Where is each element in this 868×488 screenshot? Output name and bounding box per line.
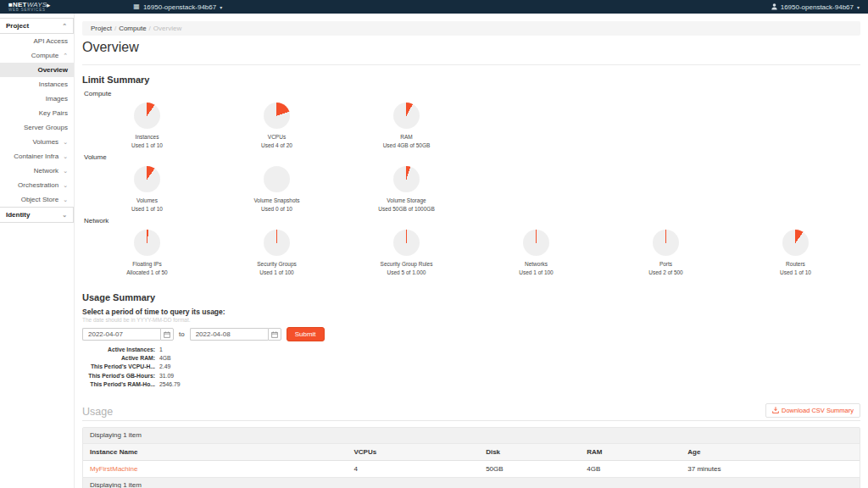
quota-ports: Ports Used 2 of 500: [601, 227, 731, 275]
table-header-row: Instance Name VCPUs Disk RAM Age: [83, 443, 860, 461]
sidebar-section-identity[interactable]: Identity ⌄: [0, 207, 74, 223]
breadcrumb-compute[interactable]: Compute: [119, 25, 146, 32]
chevron-down-icon: ⌄: [63, 168, 68, 174]
quota-volume-storage: Volume Storage Used 50GB of 1000GB: [342, 164, 471, 212]
breadcrumb-project[interactable]: Project: [91, 25, 112, 32]
breadcrumb: Project/Compute/Overview: [82, 21, 860, 36]
stat-value: 1: [159, 346, 163, 354]
col-instance-name[interactable]: Instance Name: [83, 444, 347, 460]
sidebar-item-server-groups[interactable]: Server Groups: [0, 120, 74, 135]
sidebar: Project ⌃ API Access Compute⌃ Overview I…: [0, 14, 75, 488]
usage-summary-title: Usage Summary: [82, 292, 860, 302]
stat-value: 2546.79: [159, 380, 181, 389]
stat-label: This Period's RAM-Ho...: [86, 380, 155, 389]
sidebar-section-project[interactable]: Project ⌃: [0, 18, 74, 34]
limit-group-compute-label: Compute: [84, 90, 860, 97]
ram-pie-chart: [393, 103, 420, 129]
col-vcpus[interactable]: VCPUs: [347, 444, 479, 460]
stat-value: 31.09: [159, 372, 174, 380]
limit-row-network: Floating IPs Allocated 1 of 50 Security …: [82, 227, 860, 275]
vcpus-pie-chart: [264, 103, 290, 129]
download-csv-button[interactable]: Download CSV Summary: [765, 403, 860, 418]
chevron-down-icon: ▾: [857, 4, 860, 10]
quota-volume-snapshots: Volume Snapshots Used 0 of 10: [212, 164, 342, 212]
col-ram[interactable]: RAM: [580, 444, 681, 460]
sidebar-group-network[interactable]: Network⌄: [0, 164, 74, 178]
sidebar-item-images[interactable]: Images: [0, 92, 74, 106]
quota-security-group-rules: Security Group Rules Used 5 of 1.000: [342, 227, 471, 275]
top-navbar: ■NETWAYS▶ WEB SERVICES ▦ 16950-openstack…: [0, 0, 868, 14]
table-row: MyFirstMachine 4 50GB 4GB 37 minutes: [83, 461, 860, 478]
logo-subtitle: WEB SERVICES: [8, 8, 50, 13]
col-age[interactable]: Age: [681, 444, 860, 460]
limit-row-compute: Instances Used 1 of 10 VCPUs Used 4 of 2…: [82, 100, 860, 148]
quota-networks: Networks Used 1 of 100: [471, 227, 601, 275]
quota-floating-ips: Floating IPs Allocated 1 of 50: [82, 227, 212, 275]
sidebar-label: Project: [6, 22, 29, 30]
usage-table: Displaying 1 item Instance Name VCPUs Di…: [82, 427, 860, 488]
sidebar-group-container-infra[interactable]: Container Infra⌄: [0, 149, 74, 164]
sidebar-item-instances[interactable]: Instances: [0, 77, 74, 92]
project-switcher-label: 16950-openstack-94b67: [143, 3, 216, 11]
chevron-down-icon: ⌄: [63, 182, 68, 188]
quota-volumes: Volumes Used 1 of 10: [82, 164, 212, 212]
security-group-rules-pie-chart: [393, 230, 420, 256]
sidebar-group-object-store[interactable]: Object Store⌄: [0, 192, 74, 207]
usage-stats: Active Instances:1 Active RAM:4GB This P…: [86, 346, 860, 389]
floating-ips-pie-chart: [134, 230, 160, 256]
date-format-hint: The date should be in YYYY-MM-DD format.: [82, 317, 860, 323]
user-icon: [771, 3, 777, 10]
netways-logo[interactable]: ■NETWAYS▶ WEB SERVICES: [8, 2, 50, 13]
date-from-calendar-button[interactable]: [160, 328, 174, 341]
col-disk[interactable]: Disk: [479, 444, 580, 460]
usage-table-header: Usage Download CSV Summary: [82, 403, 860, 421]
quota-security-groups: Security Groups Used 1 of 100: [212, 227, 342, 275]
user-menu-dropdown[interactable]: 16950-openstack-94b67 ▾: [771, 3, 860, 11]
sidebar-item-overview[interactable]: Overview: [0, 63, 74, 77]
limit-group-network-label: Network: [84, 217, 860, 225]
date-to-input[interactable]: [190, 328, 268, 341]
chevron-up-icon: ⌃: [63, 53, 68, 58]
item-count-bottom: Displaying 1 item: [83, 478, 860, 488]
volumes-pie-chart: [134, 166, 160, 192]
stat-label: This Period's GB-Hours:: [86, 372, 155, 380]
date-to-calendar-button[interactable]: [268, 328, 281, 341]
date-range-form: to Submit: [82, 327, 860, 341]
query-prompt: Select a period of time to query its usa…: [82, 308, 860, 316]
project-switcher-dropdown[interactable]: ▦ 16950-openstack-94b67 ▾: [133, 3, 222, 11]
volume-snapshots-pie-chart: [264, 166, 290, 192]
calendar-icon: [164, 331, 170, 338]
user-menu-label: 16950-openstack-94b67: [781, 3, 854, 11]
date-from-input[interactable]: [82, 328, 160, 341]
logo-arrow-icon: ▶: [47, 3, 50, 8]
sidebar-group-volumes[interactable]: Volumes⌄: [0, 135, 74, 149]
quota-ram: RAM Used 4GB of 50GB: [342, 100, 471, 148]
ports-pie-chart: [653, 230, 679, 256]
calendar-icon: [271, 331, 278, 338]
volume-storage-pie-chart: [393, 166, 420, 192]
sidebar-item-key-pairs[interactable]: Key Pairs: [0, 106, 74, 120]
sidebar-item-api-access[interactable]: API Access: [0, 34, 74, 48]
cell-vcpus: 4: [347, 461, 479, 477]
submit-button[interactable]: Submit: [287, 327, 325, 341]
limit-group-volume-label: Volume: [84, 153, 860, 161]
chevron-down-icon: ▾: [220, 4, 222, 10]
quota-instances: Instances Used 1 of 10: [82, 100, 212, 148]
security-groups-pie-chart: [264, 230, 290, 256]
instances-pie-chart: [134, 103, 160, 129]
sidebar-group-compute[interactable]: Compute⌃: [0, 48, 74, 63]
to-label: to: [179, 330, 185, 338]
stat-label: Active RAM:: [86, 354, 155, 363]
cell-disk: 50GB: [479, 461, 580, 477]
usage-heading: Usage: [82, 406, 113, 418]
chevron-down-icon: ⌄: [62, 212, 67, 218]
item-count-top: Displaying 1 item: [83, 428, 860, 443]
chevron-down-icon: ⌄: [63, 197, 68, 202]
chevron-down-icon: ⌄: [63, 153, 68, 159]
page-title: Overview: [82, 40, 860, 65]
main-content: Project/Compute/Overview Overview Limit …: [75, 14, 868, 488]
instance-name-link[interactable]: MyFirstMachine: [90, 465, 137, 473]
limit-summary-title: Limit Summary: [82, 75, 860, 85]
sidebar-group-orchestration[interactable]: Orchestration⌄: [0, 178, 74, 192]
quota-vcpus: VCPUs Used 4 of 20: [212, 100, 342, 148]
